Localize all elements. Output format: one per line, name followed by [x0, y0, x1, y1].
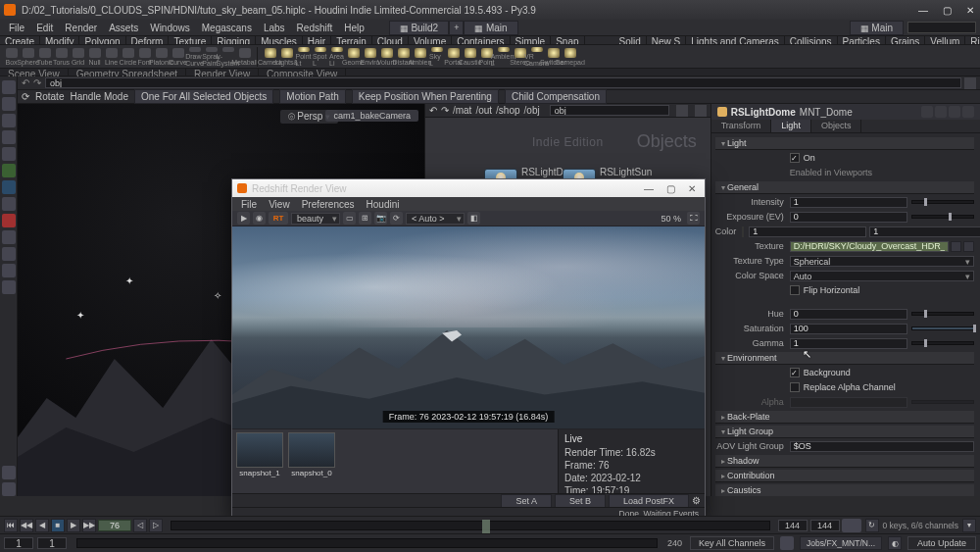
minimize-button[interactable]: —: [917, 4, 929, 16]
rs-seta-button[interactable]: Set A: [501, 494, 552, 508]
shelf-tab[interactable]: Muscles: [256, 36, 303, 44]
range-start[interactable]: [4, 537, 33, 549]
section-light[interactable]: Light: [715, 137, 974, 150]
close-button[interactable]: ✕: [964, 4, 976, 16]
param-help-icon[interactable]: [949, 106, 960, 118]
opt-childcomp[interactable]: Child Compensation: [505, 89, 607, 104]
shelf-tool[interactable]: Circle: [121, 47, 135, 67]
auto-update-dropdown[interactable]: Auto Update: [907, 536, 976, 550]
play-next[interactable]: ▶▶: [82, 519, 96, 532]
pane-tab-geosheet[interactable]: Geometry Spreadsheet: [69, 69, 186, 75]
shelf-tab[interactable]: Rigid Bodies: [965, 36, 980, 44]
shelf-tool-light[interactable]: Gamepad: [563, 47, 577, 67]
rs-maximize[interactable]: ▢: [662, 182, 678, 194]
network-path-btn[interactable]: [676, 105, 688, 117]
section-environment[interactable]: Environment: [715, 352, 974, 365]
section-lightgroup[interactable]: Light Group: [715, 426, 974, 438]
shelf-tab[interactable]: Create: [0, 36, 40, 44]
shelf-tab[interactable]: Lights and Cameras: [686, 36, 785, 44]
desktop-tab-2[interactable]: ▦ Main: [464, 21, 517, 35]
param-pin-icon[interactable]: [935, 106, 947, 118]
param-tab-transform[interactable]: Transform: [711, 120, 772, 132]
check-background[interactable]: [790, 368, 800, 377]
shelf-tab[interactable]: Modify: [40, 36, 79, 44]
shelf-tool[interactable]: Grid: [71, 47, 85, 67]
shelf-tool[interactable]: Tube: [37, 47, 52, 67]
tool-misc2[interactable]: [2, 247, 16, 261]
input-color-g[interactable]: [869, 226, 980, 237]
shelf-tab[interactable]: New S: [647, 36, 686, 44]
crumb-out[interactable]: /out: [475, 105, 492, 116]
desktop-right[interactable]: ▦ Main: [850, 21, 904, 35]
tool-misc4[interactable]: [2, 280, 16, 294]
dropdown-colorspace[interactable]: Auto: [790, 271, 974, 281]
input-intensity[interactable]: [790, 197, 907, 208]
param-gear-icon[interactable]: [921, 106, 933, 118]
param-tab-light[interactable]: Light: [771, 120, 811, 132]
menu-windows[interactable]: Windows: [145, 22, 195, 34]
viewport-path-input[interactable]: [45, 77, 961, 88]
rs-menu-houdini[interactable]: Houdini: [363, 199, 404, 210]
play-fwd[interactable]: ▶: [67, 519, 80, 532]
playbar-loop[interactable]: ↻: [865, 519, 879, 532]
shelf-tab[interactable]: Solid: [614, 36, 647, 44]
range-start2[interactable]: [37, 537, 67, 549]
rs-snapshot-1[interactable]: snapshot_1: [235, 432, 284, 490]
path-fwd-icon[interactable]: ↷: [33, 77, 41, 88]
key-prev[interactable]: ◁: [133, 519, 147, 532]
opt-onefor[interactable]: One For All Selected Objects: [134, 89, 273, 104]
tool-misc3[interactable]: [2, 264, 16, 277]
shelf-tab[interactable]: Rigging: [212, 36, 256, 44]
shelf-tab[interactable]: Vellum: [925, 36, 965, 44]
tool-inspect[interactable]: [2, 214, 16, 227]
shelf-tool-light[interactable]: Ambien: [413, 47, 427, 67]
rs-menu-view[interactable]: View: [265, 199, 294, 210]
rs-zoom-fit[interactable]: ⛶: [687, 212, 700, 225]
range-end[interactable]: [778, 520, 808, 531]
menu-file[interactable]: File: [4, 22, 29, 34]
key-next[interactable]: ▷: [149, 519, 163, 532]
section-caustics[interactable]: Caustics: [715, 484, 974, 496]
rs-minimize[interactable]: —: [641, 182, 657, 194]
tool-rotate[interactable]: [2, 114, 16, 127]
menu-megascans[interactable]: Megascans: [197, 22, 257, 34]
crumb-mat[interactable]: /mat: [453, 105, 471, 116]
input-exposure[interactable]: [790, 212, 907, 223]
opt-motion[interactable]: Motion Path: [279, 89, 345, 104]
shelf-tab[interactable]: Collisions: [785, 36, 838, 44]
param-info-icon[interactable]: [962, 106, 974, 118]
pane-tab-compview[interactable]: Composite View: [259, 69, 346, 75]
slider-intensity[interactable]: [911, 200, 974, 204]
tool-handles[interactable]: [2, 147, 16, 161]
shelf-tool[interactable]: Metaball: [237, 47, 252, 67]
timeline-track[interactable]: [171, 521, 770, 530]
shelf-tab[interactable]: Particles: [838, 36, 886, 44]
rs-snapshot-0[interactable]: snapshot_0: [287, 432, 336, 490]
current-frame-input[interactable]: [98, 520, 131, 531]
shelf-tab[interactable]: Volume: [409, 36, 452, 44]
rs-fx-gear-icon[interactable]: ⚙: [692, 495, 701, 506]
shelf-tab[interactable]: Texture: [169, 36, 212, 44]
rs-loadfx-button[interactable]: Load PostFX: [609, 494, 689, 508]
tool-select[interactable]: [2, 80, 16, 94]
network-back-icon[interactable]: ↶: [429, 105, 437, 116]
rs-auto-dropdown[interactable]: < Auto >: [406, 213, 465, 225]
slider-gamma[interactable]: [911, 341, 974, 345]
tool-display[interactable]: [2, 466, 16, 479]
desktop-tab-add[interactable]: +: [449, 21, 464, 35]
tool-scale[interactable]: [2, 130, 16, 144]
section-contribution[interactable]: Contribution: [715, 470, 974, 482]
jobs-tag[interactable]: Jobs/FX_MNT/N...: [800, 536, 882, 550]
tool-display2[interactable]: [2, 482, 16, 496]
rotate-mode-icon[interactable]: ⟳: [22, 91, 29, 102]
shelf-tool[interactable]: Curve: [171, 47, 185, 67]
check-replacealpha[interactable]: [790, 382, 800, 392]
shelf-tool-light[interactable]: Geome: [346, 47, 361, 67]
shelf-tab[interactable]: Simple: [511, 36, 552, 44]
network-fwd-icon[interactable]: ↷: [441, 105, 449, 116]
rs-lock-icon[interactable]: ⟳: [390, 212, 403, 225]
check-on[interactable]: [790, 153, 800, 163]
play-prev[interactable]: ◀◀: [20, 519, 33, 532]
rs-menu-file[interactable]: File: [237, 199, 261, 210]
play-first[interactable]: ⏮: [4, 519, 18, 532]
